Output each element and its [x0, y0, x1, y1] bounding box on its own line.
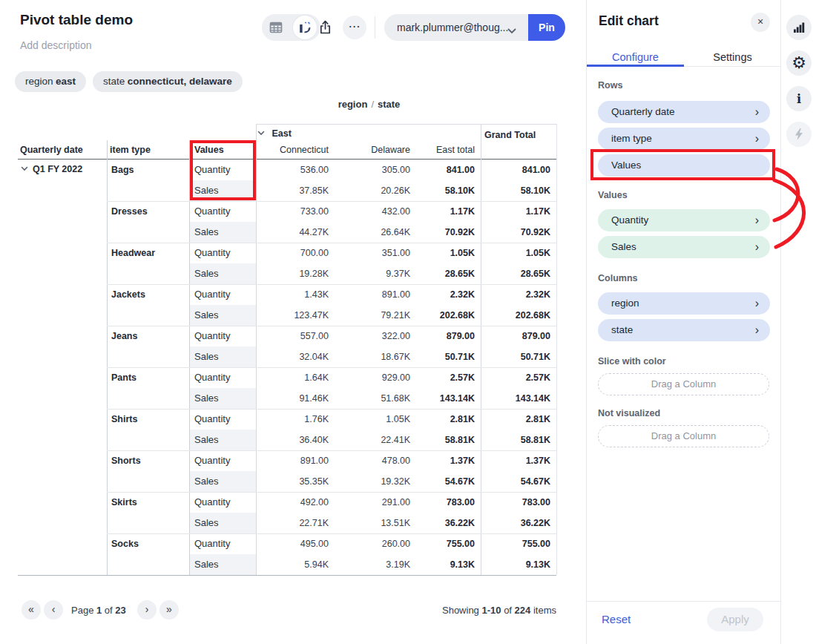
edit-chart-panel: Edit chart × Configure Settings Rows Qua… — [586, 0, 781, 644]
footer-divider — [587, 601, 781, 602]
info-panel-button[interactable]: i — [786, 86, 812, 111]
page-next-button[interactable]: › — [137, 600, 157, 620]
annotation-box-table-values — [190, 140, 256, 200]
showing-items-text: Showing 1-10 of 224 items — [334, 601, 556, 620]
chip-region[interactable]: region› — [598, 292, 770, 315]
pin-button[interactable]: Pin — [528, 14, 565, 41]
table-view-icon[interactable] — [269, 21, 283, 37]
data-cell: 35.35K — [247, 471, 329, 492]
chip-label: item type — [611, 128, 652, 150]
data-cell: 879.00 — [393, 326, 475, 346]
apply-button[interactable]: Apply — [707, 608, 763, 631]
data-cell: 1.05K — [469, 243, 550, 263]
filter-value: east — [56, 76, 76, 87]
data-cell: 58.10K — [393, 180, 475, 201]
data-cell: 841.00 — [393, 160, 475, 180]
settings-panel-button[interactable]: ⚙ — [786, 50, 812, 76]
chip-quarterly-date[interactable]: Quarterly date› — [598, 101, 770, 123]
chart-panel-button[interactable] — [786, 15, 812, 40]
data-cell: 492.00 — [247, 492, 329, 513]
filter-label: state — [103, 76, 125, 87]
add-description[interactable]: Add description — [20, 39, 92, 51]
section-label-slice-with-color: Slice with color — [598, 356, 666, 367]
chip-sales[interactable]: Sales› — [598, 236, 770, 258]
page-first-button[interactable]: « — [22, 600, 41, 620]
data-cell: 9.13K — [469, 554, 550, 575]
chip-quantity[interactable]: Quantity› — [598, 209, 770, 231]
user-dropdown[interactable]: mark.plummer@thoug... Pin — [384, 14, 565, 41]
close-icon[interactable]: × — [751, 13, 770, 32]
metric-label-cell: Sales — [194, 388, 219, 409]
item-type-cell: Socks — [111, 539, 139, 549]
section-label-columns: Columns — [598, 273, 637, 283]
chevron-right-icon[interactable]: › — [755, 292, 759, 315]
item-type-cell: Jackets — [111, 289, 145, 300]
data-cell: 22.71K — [247, 513, 329, 533]
data-cell: 50.71K — [469, 346, 550, 367]
annotation-box-values-chip — [590, 149, 775, 180]
data-cell: 879.00 — [469, 326, 550, 346]
grand-total-header[interactable]: Grand Total — [484, 126, 536, 145]
data-cell: 1.37K — [393, 450, 475, 471]
page-prev-button[interactable]: ‹ — [44, 600, 63, 620]
collapse-caret-icon[interactable] — [21, 163, 28, 174]
collapse-caret-icon[interactable] — [257, 124, 265, 142]
data-cell: 2.81K — [393, 409, 475, 430]
page-last-button[interactable]: » — [159, 600, 179, 620]
data-cell: 536.00 — [247, 160, 329, 180]
chip-label: Sales — [611, 236, 636, 258]
row-header-item-type[interactable]: item type — [110, 141, 151, 160]
data-cell: 50.71K — [393, 346, 475, 367]
slice-dropzone[interactable]: Drag a Column — [598, 373, 769, 395]
chip-state[interactable]: state› — [598, 319, 770, 341]
column-header-east-total[interactable]: East total — [401, 141, 475, 160]
more-options-button[interactable]: ⋯ — [343, 16, 366, 39]
data-cell: 1.64K — [247, 367, 329, 388]
data-cell: 70.92K — [469, 222, 550, 243]
reset-button[interactable]: Reset — [602, 613, 631, 625]
metric-label-cell: Quantity — [194, 243, 230, 263]
right-icon-rail: ⚙ i — [780, 0, 816, 644]
toolbar-divider — [375, 16, 375, 39]
data-cell: 91.46K — [247, 388, 329, 409]
data-cell: 755.00 — [469, 533, 550, 554]
info-icon: i — [797, 92, 801, 106]
metric-label-cell: Sales — [194, 222, 219, 243]
filter-chip-state[interactable]: state connecticut, delaware — [93, 71, 243, 92]
data-cell: 2.57K — [469, 367, 550, 388]
data-cell: 44.27K — [247, 222, 329, 243]
gear-icon: ⚙ — [792, 55, 806, 71]
tab-settings[interactable]: Settings — [684, 47, 781, 67]
chevron-right-icon[interactable]: › — [755, 319, 759, 341]
metric-label-cell: Quantity — [194, 492, 230, 513]
data-cell: 28.65K — [393, 263, 475, 284]
data-cell: 1.37K — [469, 450, 550, 471]
data-cell: 123.47K — [247, 305, 329, 326]
data-cell: 36.40K — [247, 430, 329, 450]
column-header-connecticut[interactable]: Connecticut — [256, 141, 329, 160]
metric-label-cell: Quantity — [194, 284, 230, 305]
spotiq-panel-button[interactable] — [786, 122, 812, 147]
section-label-values: Values — [598, 190, 628, 200]
chevron-right-icon[interactable]: › — [755, 101, 759, 123]
table-bottom-border — [18, 575, 556, 576]
not-visualized-dropzone[interactable]: Drag a Column — [598, 425, 769, 447]
bar-chart-icon — [792, 21, 806, 34]
filter-chip-region[interactable]: region east — [15, 71, 86, 92]
data-cell: 70.92K — [393, 222, 475, 243]
chip-item-type[interactable]: item type› — [598, 128, 770, 150]
change-visualization-button[interactable] — [293, 16, 317, 39]
row-header-quarterly-date[interactable]: Quarterly date — [20, 141, 83, 160]
column-header-delaware[interactable]: Delaware — [338, 141, 410, 160]
chevron-right-icon[interactable]: › — [755, 236, 759, 258]
section-label-rows: Rows — [598, 80, 622, 91]
data-cell: 2.32K — [469, 284, 550, 305]
item-type-cell: Bags — [111, 165, 134, 175]
data-cell: 54.67K — [469, 471, 550, 492]
metric-label-cell: Sales — [194, 346, 219, 367]
chevron-right-icon[interactable]: › — [755, 209, 759, 231]
data-cell: 495.00 — [247, 533, 329, 554]
share-icon[interactable] — [317, 19, 333, 39]
quarter-row-q1-fy-2022[interactable]: Q1 FY 2022 — [21, 164, 82, 174]
chevron-right-icon[interactable]: › — [755, 128, 759, 150]
